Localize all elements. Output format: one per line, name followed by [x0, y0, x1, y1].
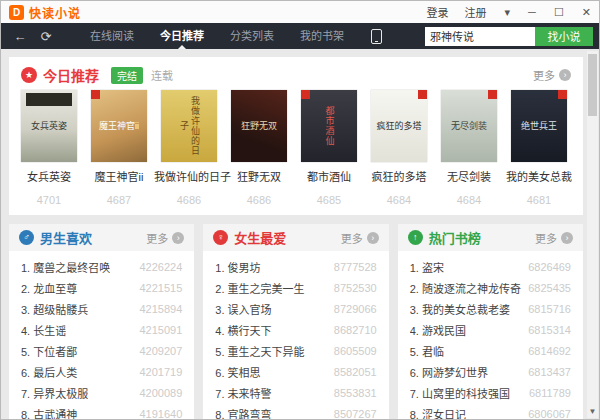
item-title[interactable]: 君临 [422, 346, 444, 358]
item-title[interactable]: 异界太极服 [33, 388, 88, 400]
book-card[interactable]: 绝世兵王 我的美女总裁 4681 [504, 90, 574, 206]
item-title[interactable]: 山窝里的科技强国 [422, 388, 510, 400]
book-cover[interactable]: 无尽剑装 [441, 90, 497, 162]
book-card[interactable]: 狂野无双 狂野无双 4686 [224, 90, 294, 206]
item-title[interactable]: 横行天下 [228, 325, 272, 337]
list-item[interactable]: 1. 魔兽之最终召唤4226224 [9, 256, 194, 277]
item-title[interactable]: 我的美女总裁老婆 [422, 304, 510, 316]
cover-text: 狂野无双 [239, 119, 279, 134]
register-link[interactable]: 注册 [465, 4, 487, 20]
close-button[interactable]: ✕ [582, 1, 591, 23]
item-title[interactable]: 下位者鄙 [33, 346, 77, 358]
item-title[interactable]: 魔兽之最终召唤 [33, 262, 110, 274]
back-icon[interactable]: ← [7, 29, 33, 44]
item-title[interactable]: 重生之完美一生 [228, 283, 305, 295]
list-item[interactable]: 8. 涩女日记6806067 [398, 403, 583, 420]
item-title[interactable]: 游戏民国 [422, 325, 466, 337]
login-link[interactable]: 登录 [427, 4, 449, 20]
list-item[interactable]: 1. 俊男坊8777528 [203, 256, 388, 277]
item-title[interactable]: 笑相思 [228, 367, 261, 379]
item-title[interactable]: 涩女日记 [422, 409, 466, 420]
book-card[interactable]: 我做许仙的日子 我做许仙的日子 4686 [154, 90, 224, 206]
list-item[interactable]: 4. 游戏民国6815314 [398, 319, 583, 340]
item-title[interactable]: 古武通神 [33, 409, 77, 420]
list-item[interactable]: 6. 笑相思8582051 [203, 361, 388, 382]
tab-online-reading[interactable]: 在线阅读 [77, 23, 147, 49]
item-title[interactable]: 龙血至尊 [33, 283, 77, 295]
vertical-scrollbar[interactable]: ▼ [587, 51, 598, 418]
list-item[interactable]: 7. 山窝里的科技强国6811789 [398, 382, 583, 403]
hot-more-link[interactable]: 更多› [535, 230, 573, 246]
item-title[interactable]: 网游梦幻世界 [422, 367, 488, 379]
tab-today-recommend[interactable]: 今日推荐 [147, 23, 217, 49]
list-item[interactable]: 5. 重生之天下异能8605509 [203, 340, 388, 361]
item-title[interactable]: 随波逐流之神龙传奇 [422, 283, 521, 295]
maximize-button[interactable]: ☐ [554, 1, 564, 23]
recommend-more-link[interactable]: 更多› [533, 67, 571, 83]
list-item[interactable]: 2. 随波逐流之神龙传奇6825435 [398, 277, 583, 298]
item-title[interactable]: 超级骷髅兵 [33, 304, 88, 316]
book-title[interactable]: 疯狂的多塔 [364, 168, 434, 184]
item-title[interactable]: 未来特警 [228, 388, 272, 400]
list-item[interactable]: 3. 误入官场8729066 [203, 298, 388, 319]
book-title[interactable]: 都市酒仙 [294, 168, 364, 184]
mobile-icon[interactable] [371, 29, 382, 44]
item-title[interactable]: 盗宋 [422, 262, 444, 274]
book-title[interactable]: 女兵英姿 [14, 168, 84, 184]
refresh-icon[interactable]: ⟳ [33, 29, 59, 44]
book-cover[interactable]: 狂野无双 [231, 90, 287, 162]
list-item[interactable]: 5. 下位者鄙4209207 [9, 340, 194, 361]
list-item[interactable]: 8. 官路弯弯8507267 [203, 403, 388, 420]
filter-finished[interactable]: 完结 [111, 67, 143, 84]
boys-more-link[interactable]: 更多› [146, 230, 184, 246]
book-cover[interactable]: 女兵英姿 [21, 90, 77, 162]
list-item[interactable]: 7. 异界太极服4200089 [9, 382, 194, 403]
list-item[interactable]: 2. 重生之完美一生8752530 [203, 277, 388, 298]
list-item[interactable]: 3. 我的美女总裁老婆6815716 [398, 298, 583, 319]
search-input[interactable] [425, 27, 535, 46]
scrollbar-thumb[interactable] [588, 54, 597, 116]
filter-serializing[interactable]: 连载 [151, 67, 173, 83]
book-cover[interactable]: 我做许仙的日子 [161, 90, 217, 162]
find-novel-button[interactable]: 找小说 [535, 27, 593, 46]
book-card[interactable]: 女兵英姿 女兵英姿 4701 [14, 90, 84, 206]
item-title[interactable]: 俊男坊 [228, 262, 261, 274]
item-title[interactable]: 最后人类 [33, 367, 77, 379]
book-title[interactable]: 我的美女总裁 [504, 168, 574, 184]
book-card[interactable]: 疯狂的多塔 疯狂的多塔 4684 [364, 90, 434, 206]
book-card[interactable]: 魔王神官ii 魔王神官ii 4687 [84, 90, 154, 206]
book-card[interactable]: 都市酒仙 都市酒仙 4685 [294, 90, 364, 206]
list-item[interactable]: 4. 横行天下8682710 [203, 319, 388, 340]
list-item[interactable]: 7. 未来特警8553831 [203, 382, 388, 403]
item-title[interactable]: 误入官场 [228, 304, 272, 316]
book-cover[interactable]: 魔王神官ii [91, 90, 147, 162]
item-title[interactable]: 重生之天下异能 [228, 346, 305, 358]
list-item[interactable]: 2. 龙血至尊4221515 [9, 277, 194, 298]
book-title[interactable]: 狂野无双 [224, 168, 294, 184]
list-item[interactable]: 3. 超级骷髅兵4215894 [9, 298, 194, 319]
book-title[interactable]: 我做许仙的日子 [154, 168, 224, 184]
tab-my-bookshelf[interactable]: 我的书架 [287, 23, 357, 49]
book-cover[interactable]: 绝世兵王 [511, 90, 567, 162]
list-item[interactable]: 6. 网游梦幻世界6813437 [398, 361, 583, 382]
list-item[interactable]: 5. 君临6814692 [398, 340, 583, 361]
book-card[interactable]: 无尽剑装 无尽剑装 4684 [434, 90, 504, 206]
column-header: ♂ 男生喜欢 更多› [9, 224, 194, 251]
minimize-button[interactable]: ─ [528, 1, 536, 23]
list-item[interactable]: 1. 盗宋6826469 [398, 256, 583, 277]
book-title[interactable]: 无尽剑装 [434, 168, 504, 184]
item-count: 4226224 [140, 261, 183, 273]
girls-more-link[interactable]: 更多› [341, 230, 379, 246]
list-item[interactable]: 8. 古武通神4191640 [9, 403, 194, 420]
list-item[interactable]: 6. 最后人类4201719 [9, 361, 194, 382]
item-title[interactable]: 长生谣 [33, 325, 66, 337]
list-item[interactable]: 4. 长生谣4215091 [9, 319, 194, 340]
book-count: 4681 [504, 194, 574, 206]
book-cover[interactable]: 疯狂的多塔 [371, 90, 427, 162]
menu-dropdown-icon[interactable]: ▾ [505, 1, 511, 23]
tab-category-list[interactable]: 分类列表 [217, 23, 287, 49]
book-cover[interactable]: 都市酒仙 [301, 90, 357, 162]
book-title[interactable]: 魔王神官ii [84, 168, 154, 184]
item-title[interactable]: 官路弯弯 [228, 409, 272, 420]
scrollbar-down-arrow[interactable]: ▼ [587, 407, 598, 416]
